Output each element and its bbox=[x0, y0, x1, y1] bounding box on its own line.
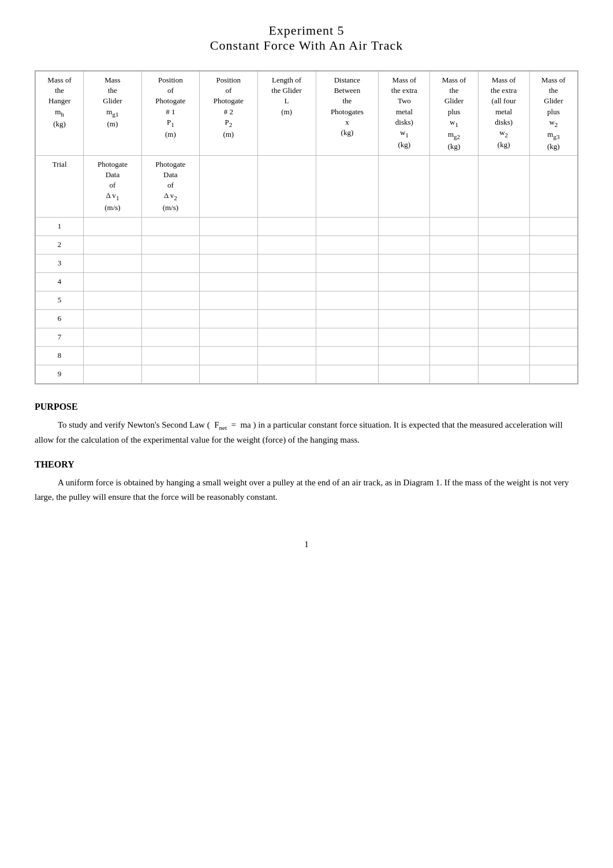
col-empty4 bbox=[379, 155, 430, 217]
col-length-glider-header: Length ofthe GliderL(m) bbox=[257, 72, 316, 156]
col-mass-extra-two-disks-header: Mass ofthe extraTwometaldisks)w1(kg) bbox=[379, 72, 430, 156]
trial-1: 1 bbox=[36, 217, 84, 235]
trial-3: 3 bbox=[36, 254, 84, 272]
theory-title: THEORY bbox=[35, 459, 578, 470]
col-empty1 bbox=[200, 155, 257, 217]
purpose-text: To study and verify Newton's Second Law … bbox=[35, 418, 578, 448]
col-mass-glider-header: MasstheGlidermg1(m) bbox=[84, 72, 141, 156]
col-pd2-header: PhotogateDataofΔ v2(m/s) bbox=[141, 155, 199, 217]
table-row: 5 bbox=[36, 291, 578, 309]
purpose-title: PURPOSE bbox=[35, 402, 578, 412]
col-empty5 bbox=[430, 155, 478, 217]
table-row: 2 bbox=[36, 235, 578, 254]
table-row: 9 bbox=[36, 365, 578, 383]
col-empty6 bbox=[478, 155, 529, 217]
col-empty7 bbox=[529, 155, 577, 217]
col-mass-extra-four-disks-header: Mass ofthe extra(all fourmetaldisks)w2(k… bbox=[478, 72, 529, 156]
page-number: 1 bbox=[35, 540, 578, 549]
trial-8: 8 bbox=[36, 346, 84, 365]
purpose-section: PURPOSE To study and verify Newton's Sec… bbox=[35, 402, 578, 448]
table-row: 6 bbox=[36, 309, 578, 328]
col-trial-header: Trial bbox=[36, 155, 84, 217]
title-line2: Constant Force With An Air Track bbox=[35, 38, 578, 53]
col-empty2 bbox=[257, 155, 316, 217]
table-row: 8 bbox=[36, 346, 578, 365]
col-pos-p2-header: PositionofPhotogate# 2P2(m) bbox=[200, 72, 257, 156]
trial-7: 7 bbox=[36, 328, 84, 346]
col-distance-photogates-header: DistanceBetweenthePhotogatesx(kg) bbox=[316, 72, 379, 156]
table-row: 4 bbox=[36, 272, 578, 291]
table-header-row1: Mass oftheHangermh(kg) MasstheGlidermg1(… bbox=[36, 72, 578, 156]
trial-5: 5 bbox=[36, 291, 84, 309]
trial-4: 4 bbox=[36, 272, 84, 291]
title-line1: Experiment 5 bbox=[35, 23, 578, 38]
col-mass-glider-plus-w2-header: Mass oftheGliderplusw2mg3(kg) bbox=[529, 72, 577, 156]
theory-section: THEORY A uniform force is obtained by ha… bbox=[35, 459, 578, 505]
data-table-wrapper: Mass oftheHangermh(kg) MasstheGlidermg1(… bbox=[35, 70, 578, 384]
table-row: 7 bbox=[36, 328, 578, 346]
trial-6: 6 bbox=[36, 309, 84, 328]
theory-text: A uniform force is obtained by hanging a… bbox=[35, 476, 578, 505]
col-pos-p1-header: PositionofPhotogate# 1P1(m) bbox=[141, 72, 199, 156]
col-mass-hanger-header: Mass oftheHangermh(kg) bbox=[36, 72, 84, 156]
table-row: 3 bbox=[36, 254, 578, 272]
trial-9: 9 bbox=[36, 365, 84, 383]
trial-2: 2 bbox=[36, 235, 84, 254]
col-empty3 bbox=[316, 155, 379, 217]
col-mass-glider-plus-w1-header: Mass oftheGliderplusw1mg2(kg) bbox=[430, 72, 478, 156]
data-table: Mass oftheHangermh(kg) MasstheGlidermg1(… bbox=[35, 71, 578, 384]
table-row: 1 bbox=[36, 217, 578, 235]
page-title: Experiment 5 Constant Force With An Air … bbox=[35, 23, 578, 53]
table-header-row2: Trial PhotogateDataofΔ v1(m/s) Photogate… bbox=[36, 155, 578, 217]
col-pd1-header: PhotogateDataofΔ v1(m/s) bbox=[84, 155, 141, 217]
